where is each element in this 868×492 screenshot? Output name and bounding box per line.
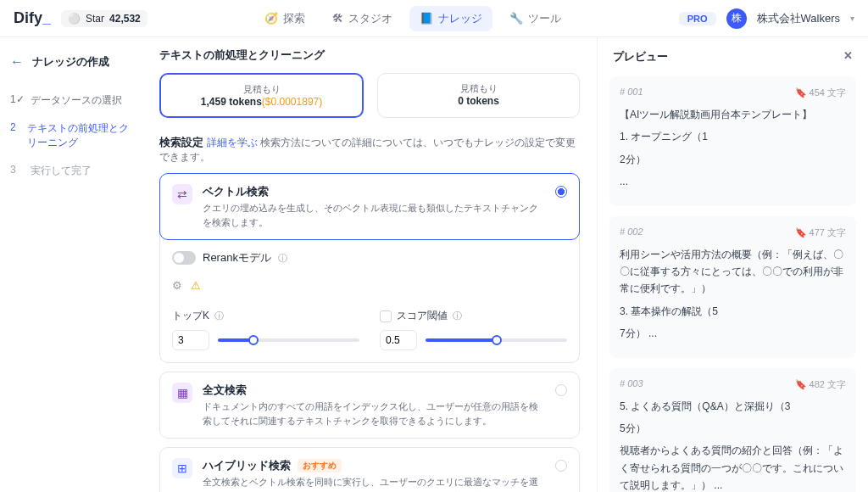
chunk-card[interactable]: # 001🔖 454 文字【AIツール解説動画用台本テンプレート】1. オープニ… bbox=[609, 76, 856, 206]
chunk-id: # 003 bbox=[620, 378, 643, 391]
step-2[interactable]: 2テキストの前処理とクリーニング bbox=[10, 121, 132, 150]
chunk-chars: 🔖 454 文字 bbox=[795, 87, 846, 99]
topnav: 🧭探索 🛠スタジオ 📘ナレッジ 🔧ツール bbox=[254, 6, 571, 31]
radio-hybrid[interactable] bbox=[555, 460, 567, 472]
nav-explore[interactable]: 🧭探索 bbox=[254, 6, 315, 31]
chevron-down-icon[interactable]: ▾ bbox=[850, 14, 854, 23]
back-arrow-icon: ← bbox=[10, 54, 24, 70]
rerank-label: Rerankモデル bbox=[203, 250, 271, 266]
nav-knowledge[interactable]: 📘ナレッジ bbox=[409, 6, 492, 31]
chunk-chars: 🔖 477 文字 bbox=[795, 226, 846, 239]
search-settings-label: 検索設定 bbox=[159, 136, 203, 148]
chunk-id: # 001 bbox=[620, 87, 643, 99]
step-3[interactable]: 3実行して完了 bbox=[10, 164, 132, 178]
topk-input[interactable] bbox=[172, 330, 209, 350]
preview-panel: プレビュー ✕ # 001🔖 454 文字【AIツール解説動画用台本テンプレート… bbox=[597, 37, 868, 492]
chunk-body: 利用シーンや活用方法の概要（例：「例えば、〇〇に従事する方々にとっては、〇〇での… bbox=[620, 246, 846, 343]
help-icon[interactable]: ⓘ bbox=[214, 310, 224, 322]
preview-title: プレビュー bbox=[613, 49, 668, 64]
chunk-card[interactable]: # 002🔖 477 文字利用シーンや活用方法の概要（例：「例えば、〇〇に従事す… bbox=[609, 216, 856, 358]
score-slider[interactable] bbox=[426, 338, 567, 342]
close-icon[interactable]: ✕ bbox=[843, 49, 853, 64]
score-input[interactable] bbox=[380, 330, 417, 350]
nav-tools[interactable]: 🔧ツール bbox=[499, 6, 571, 31]
param-topk: トップKⓘ bbox=[172, 309, 359, 350]
estimate-box-2[interactable]: 見積もり 0 tokens bbox=[377, 73, 580, 118]
step-1[interactable]: 1✓データソースの選択 bbox=[10, 93, 132, 108]
section-title: テキストの前処理とクリーニング bbox=[159, 48, 580, 63]
sidebar: ← ナレッジの作成 1✓データソースの選択 2テキストの前処理とクリーニング 3… bbox=[0, 37, 142, 492]
help-icon[interactable]: ⓘ bbox=[278, 252, 287, 265]
option-fulltext-search[interactable]: ▦ 全文検索 ドキュメント内のすべての用語をインデックス化し、ユーザーが任意の用… bbox=[159, 372, 580, 439]
pro-badge: PRO bbox=[679, 12, 716, 25]
github-icon: ⚪ bbox=[68, 13, 81, 25]
logo[interactable]: Dify_ bbox=[14, 9, 51, 27]
content: テキストの前処理とクリーニング 見積もり 1,459 tokens($0.000… bbox=[142, 37, 597, 492]
vector-icon: ⇄ bbox=[172, 184, 192, 204]
settings-icon: ⚙ bbox=[172, 279, 182, 292]
vector-subpanel: Rerankモデル ⓘ ⚙ ⚠ トップKⓘ スコア閾値ⓘ bbox=[159, 232, 580, 363]
hybrid-icon: ⊞ bbox=[172, 458, 192, 478]
chunk-body: 5. よくある質問（Q&A）と深掘り（35分）視聴者からよくある質問の紹介と回答… bbox=[620, 398, 846, 492]
learn-more-link[interactable]: 詳細を学ぶ bbox=[207, 137, 258, 148]
option-vector-search[interactable]: ⇄ ベクトル検索 クエリの埋め込みを生成し、そのベクトル表現に最も類似したテキス… bbox=[159, 173, 580, 240]
fulltext-icon: ▦ bbox=[172, 383, 192, 403]
option-hybrid-search[interactable]: ⊞ ハイブリッド検索おすすめ 全文検索とベクトル検索を同時に実行し、ユーザーのク… bbox=[159, 447, 580, 492]
radio-fulltext[interactable] bbox=[555, 384, 567, 396]
nav-studio[interactable]: 🛠スタジオ bbox=[322, 6, 403, 31]
chunk-id: # 002 bbox=[620, 226, 643, 239]
radio-vector[interactable] bbox=[555, 186, 567, 198]
topbar: Dify_ ⚪ Star 42,532 🧭探索 🛠スタジオ 📘ナレッジ 🔧ツール… bbox=[0, 0, 868, 37]
back-link[interactable]: ← ナレッジの作成 bbox=[10, 54, 132, 70]
help-icon[interactable]: ⓘ bbox=[453, 310, 462, 322]
chunk-body: 【AIツール解説動画用台本テンプレート】1. オープニング（12分）... bbox=[620, 106, 846, 191]
chunk-card[interactable]: # 003🔖 482 文字5. よくある質問（Q&A）と深掘り（35分）視聴者か… bbox=[609, 368, 856, 492]
org-name[interactable]: 株式会社Walkers bbox=[757, 11, 840, 26]
github-star[interactable]: ⚪ Star 42,532 bbox=[61, 10, 147, 27]
estimate-box-1[interactable]: 見積もり 1,459 tokens($0.0001897) bbox=[159, 73, 364, 118]
chunk-chars: 🔖 482 文字 bbox=[795, 378, 846, 391]
avatar[interactable]: 株 bbox=[726, 8, 747, 29]
score-checkbox[interactable] bbox=[380, 310, 392, 322]
param-score: スコア閾値ⓘ bbox=[380, 309, 567, 350]
warning-icon: ⚠ bbox=[191, 279, 201, 292]
topk-slider[interactable] bbox=[218, 338, 359, 342]
rerank-toggle[interactable] bbox=[172, 251, 196, 265]
